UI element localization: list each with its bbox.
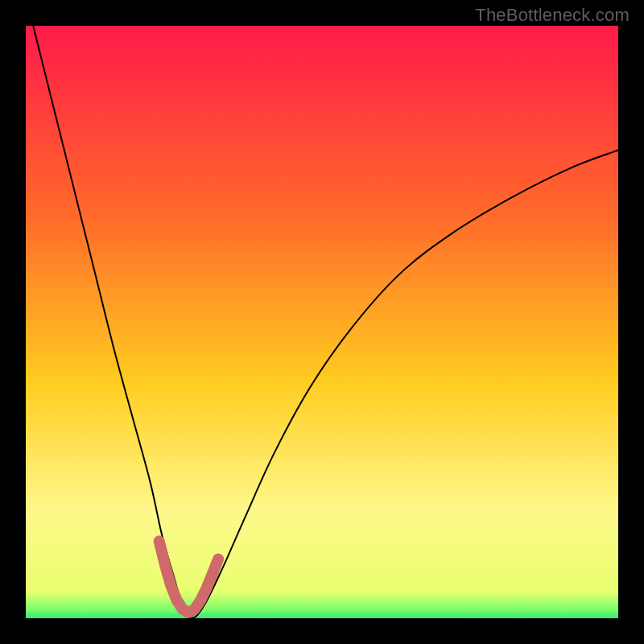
bottleneck-chart bbox=[0, 0, 644, 644]
plot-background bbox=[26, 26, 618, 618]
chart-frame: { "watermark": "TheBottleneck.com", "col… bbox=[0, 0, 644, 644]
watermark-text: TheBottleneck.com bbox=[475, 5, 630, 26]
